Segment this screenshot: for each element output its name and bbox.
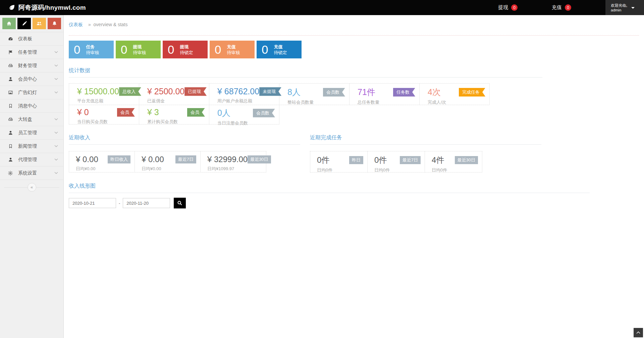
ribbon-badge: 未提现 [259, 87, 281, 96]
withdraw-count-badge: 0 [511, 4, 518, 11]
recent-tasks-block: 近期完成任务 0件昨日 日均0件 0件最近7日 日均0件 4件最近30日 日均0… [310, 134, 541, 173]
sidebar-collapse-row: « [0, 180, 63, 195]
leaf-icon [9, 4, 15, 11]
sidebar-item-messages[interactable]: 消息中心 [0, 99, 63, 113]
income-value: ¥ 32999.00 [207, 155, 248, 164]
sidebar-item-label: 仪表板 [18, 36, 32, 42]
stat-value: ¥ 2500.00 [147, 87, 184, 96]
stat-card-member-count: 8人会员数 整站会员数量 [279, 83, 350, 105]
brand[interactable]: 阿奇源码/hnymwl.com [9, 3, 86, 12]
user-menu[interactable]: 欢迎光临, admin [605, 0, 644, 15]
task-caption: 日均0件 [432, 167, 478, 173]
task-value: 0件 [374, 155, 387, 165]
ribbon-badge: 会员数 [323, 88, 345, 97]
flag-icon [7, 50, 13, 55]
nav-withdraw[interactable]: 提现 0 [498, 4, 518, 11]
chevron-up-icon [636, 331, 640, 334]
stat-caption: 整站会员数量 [287, 99, 345, 105]
recharge-count-badge: 0 [565, 4, 571, 11]
income-card-7days: ¥ 0.00最近7日 日均¥0.00 [135, 151, 201, 173]
quick-edit-button[interactable] [17, 18, 31, 29]
username: admin [611, 8, 627, 12]
sidebar-item-label: 代理管理 [18, 157, 37, 163]
task-caption: 日均0件 [317, 167, 363, 173]
alert-box-withdraw-pending[interactable]: 0 提现待审核 [116, 41, 161, 58]
stat-card-total-member-buy: ¥ 3会员 累计购买会员数 [139, 105, 209, 125]
image-icon [7, 90, 13, 95]
income-caption: 日均¥0.00 [76, 166, 130, 172]
date-separator: - [119, 201, 120, 206]
users-icon [36, 21, 42, 26]
breadcrumb: 仪表板 » overview & stats [69, 15, 639, 28]
period-badge: 最近30日 [248, 155, 271, 163]
chevron-down-icon [54, 78, 58, 80]
sidebar-item-dashboard[interactable]: 仪表板 [0, 32, 63, 46]
sidebar-item-finance[interactable]: 财务管理 [0, 59, 63, 73]
chevron-down-icon [54, 145, 58, 147]
stat-card-task-count: 71件任务数 总任务数量 [349, 83, 420, 105]
alert-box-withdraw-locked[interactable]: 0 提现待锁定 [163, 41, 208, 58]
sidebar-item-settings[interactable]: 系统设置 [0, 166, 63, 180]
quick-notifications-button[interactable] [48, 18, 61, 29]
sidebar-item-label: 任务管理 [18, 49, 37, 55]
stat-caption: 当日购买会员数 [77, 119, 135, 125]
chevron-down-icon [54, 158, 58, 161]
nav-recharge-label: 充值 [552, 4, 562, 11]
alert-count: 0 [121, 44, 127, 55]
sidebar-item-news[interactable]: 新闻管理 [0, 140, 63, 153]
sidebar-item-label: 消息中心 [18, 103, 37, 109]
sidebar-item-label: 广告幻灯 [18, 90, 37, 96]
home-icon [6, 21, 12, 26]
recent-tasks-cards: 0件昨日 日均0件 0件最近7日 日均0件 4件最近30日 日均0件 [310, 151, 541, 173]
quick-users-button[interactable] [33, 18, 46, 29]
alert-box-tasks-pending[interactable]: 0 任务待审核 [69, 41, 114, 58]
alert-box-recharge-locked[interactable]: 0 充值待锁定 [257, 41, 302, 58]
sidebar-item-staff[interactable]: 员工管理 [0, 126, 63, 140]
task-caption: 日均0件 [374, 167, 421, 173]
stat-card-completed-tasks: 4次完成任务 完成人/次 [419, 83, 490, 105]
bookmark-icon [7, 144, 13, 149]
date-filter-row: - [69, 198, 639, 208]
stat-value: 0人 [217, 107, 230, 118]
stat-card-today-registered: 0人会员数 当日注册会员数 [209, 105, 279, 125]
sidebar-collapse-button[interactable]: « [28, 183, 36, 192]
search-button[interactable] [174, 198, 186, 208]
scroll-to-top-button[interactable] [634, 328, 643, 337]
task-value: 4件 [432, 155, 444, 165]
sidebar-item-members[interactable]: 会员中心 [0, 73, 63, 86]
hdd-icon [7, 63, 13, 68]
alert-title: 提现 [133, 44, 146, 50]
chevron-down-icon [54, 118, 58, 120]
stat-value: ¥ 0 [77, 107, 89, 117]
alert-title: 充值 [227, 44, 240, 50]
alert-boxes-row: 0 任务待审核 0 提现待审核 0 提现待锁定 0 充值待审核 0 充值待锁定 [69, 41, 639, 58]
section-title-recent-tasks: 近期完成任务 [310, 134, 541, 145]
caret-down-icon [631, 7, 635, 9]
section-title-stats: 统计数据 [69, 67, 542, 78]
income-value: ¥ 0.00 [142, 155, 164, 164]
stat-value: 4次 [428, 87, 441, 98]
sidebar-item-tasks[interactable]: 任务管理 [0, 46, 63, 59]
breadcrumb-current[interactable]: 仪表板 [69, 22, 83, 27]
alert-count: 0 [215, 44, 221, 55]
date-start-input[interactable] [69, 198, 116, 208]
sidebar-item-agents[interactable]: 代理管理 [0, 153, 63, 166]
sidebar-item-label: 会员中心 [18, 76, 37, 82]
chevron-down-icon [54, 51, 58, 53]
alert-title: 提现 [180, 44, 193, 50]
nav-recharge[interactable]: 充值 0 [552, 4, 571, 11]
sidebar-item-ads[interactable]: 广告幻灯 [0, 86, 63, 99]
dotted-divider [69, 35, 639, 36]
period-badge: 最近7日 [400, 156, 421, 164]
stat-caption: 平台充值总额 [77, 98, 135, 104]
alert-box-recharge-pending[interactable]: 0 充值待审核 [210, 41, 255, 58]
ribbon-badge: 会员数 [253, 109, 275, 117]
sidebar: 仪表板 任务管理 财务管理 会员中心 广告幻灯 消息中心 大转盘 [0, 15, 64, 338]
sidebar-item-wheel[interactable]: 大转盘 [0, 113, 63, 126]
quick-home-button[interactable] [2, 18, 16, 29]
stat-caption: 完成人/次 [428, 99, 485, 105]
date-end-input[interactable] [123, 198, 170, 208]
hdd-icon [7, 117, 13, 122]
period-badge: 最近30日 [455, 156, 478, 164]
task-card-7days: 0件最近7日 日均0件 [367, 151, 425, 173]
